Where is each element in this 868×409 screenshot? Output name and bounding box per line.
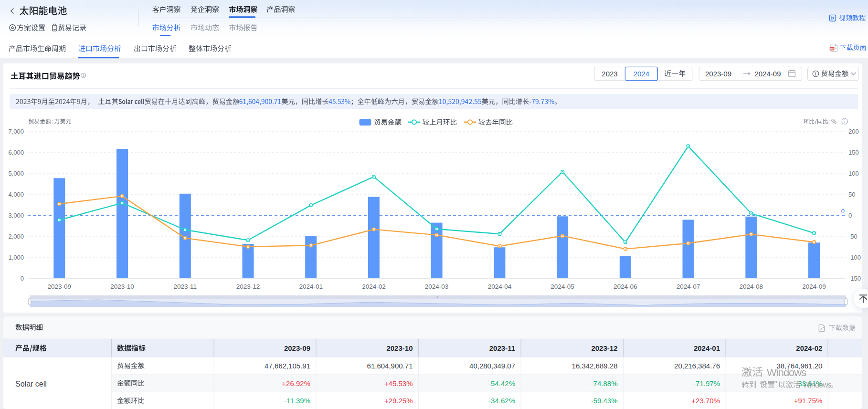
- svg-text:2023-10: 2023-10: [386, 344, 413, 352]
- svg-text:2024-01: 2024-01: [694, 344, 720, 352]
- svg-text:+45.53%: +45.53%: [384, 379, 413, 388]
- svg-text:2023-11: 2023-11: [174, 283, 197, 290]
- svg-text:-50: -50: [848, 233, 857, 240]
- svg-text:+91.75%: +91.75%: [794, 397, 823, 405]
- svg-text:-71.97%: -71.97%: [693, 379, 720, 388]
- svg-text:16,342,689.28: 16,342,689.28: [572, 362, 618, 370]
- svg-text:6,000: 6,000: [8, 149, 24, 156]
- svg-text:2024-06: 2024-06: [614, 283, 637, 290]
- svg-text:0: 0: [841, 208, 845, 215]
- svg-text:2024-01: 2024-01: [299, 283, 323, 290]
- svg-text:Windows: Windows: [803, 381, 832, 389]
- svg-text:PDF: PDF: [830, 48, 834, 50]
- svg-text:5,000: 5,000: [8, 170, 24, 177]
- svg-text:2024-03: 2024-03: [425, 283, 449, 290]
- svg-text:2023: 2023: [602, 70, 617, 78]
- svg-text:-150: -150: [848, 275, 861, 282]
- svg-text:2024-07: 2024-07: [677, 283, 700, 290]
- svg-text:2023-12: 2023-12: [236, 283, 260, 290]
- svg-text:+29.25%: +29.25%: [384, 397, 413, 405]
- svg-text:200: 200: [848, 128, 859, 135]
- svg-text:-11.39%: -11.39%: [284, 397, 310, 405]
- svg-text:2024-04: 2024-04: [488, 283, 512, 290]
- svg-text:61,604,900.71: 61,604,900.71: [367, 362, 413, 370]
- svg-text:150: 150: [848, 149, 859, 156]
- svg-text:2023-11: 2023-11: [489, 344, 515, 352]
- svg-text:0: 0: [21, 275, 24, 282]
- svg-text:20,216,384.76: 20,216,384.76: [674, 362, 720, 370]
- svg-text:-74.88%: -74.88%: [591, 379, 618, 388]
- svg-text:-54.42%: -54.42%: [488, 379, 515, 388]
- svg-text:4,000: 4,000: [8, 191, 24, 198]
- svg-text:2024-08: 2024-08: [740, 283, 763, 290]
- svg-text:2024: 2024: [634, 70, 649, 78]
- svg-text:2023-09: 2023-09: [48, 283, 72, 290]
- svg-text:2024-05: 2024-05: [550, 283, 574, 290]
- svg-text:0: 0: [848, 212, 852, 219]
- svg-text:Solar cell: Solar cell: [15, 380, 47, 388]
- svg-text:2024-09: 2024-09: [802, 283, 826, 290]
- svg-text:2024-02: 2024-02: [362, 283, 386, 290]
- svg-text:7,000: 7,000: [8, 128, 24, 135]
- svg-text:50: 50: [848, 191, 855, 198]
- svg-text:-100: -100: [848, 254, 861, 261]
- svg-text:2023-09: 2023-09: [284, 344, 310, 352]
- svg-text:+23.70%: +23.70%: [691, 397, 720, 405]
- svg-text:2024-02: 2024-02: [796, 344, 822, 352]
- svg-text:3,000: 3,000: [8, 212, 24, 219]
- svg-text:+26.92%: +26.92%: [282, 379, 310, 388]
- svg-text:1,000: 1,000: [8, 254, 24, 261]
- svg-text:2023-12: 2023-12: [591, 344, 617, 352]
- svg-text:Windows: Windows: [767, 367, 806, 378]
- svg-text:100: 100: [848, 170, 859, 177]
- svg-text:2,000: 2,000: [8, 233, 24, 240]
- svg-text:-59.43%: -59.43%: [591, 397, 618, 405]
- svg-text:2024-09: 2024-09: [755, 70, 781, 78]
- svg-text:47,662,105.91: 47,662,105.91: [265, 362, 310, 370]
- svg-text:2023-10: 2023-10: [110, 283, 134, 290]
- svg-text:-34.62%: -34.62%: [488, 397, 515, 405]
- svg-text:2023-09: 2023-09: [705, 70, 731, 78]
- svg-text:40,280,349.07: 40,280,349.07: [469, 362, 515, 370]
